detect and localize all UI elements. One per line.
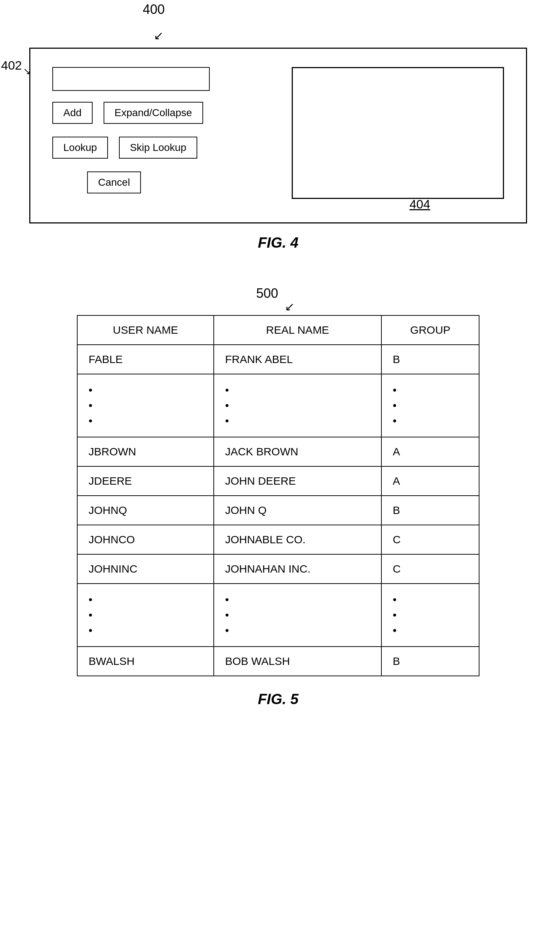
table-row-dots: ••• ••• ••• xyxy=(77,374,479,437)
cell-username: JOHNQ xyxy=(77,496,214,525)
cell-dots2-username: ••• xyxy=(77,584,214,646)
fig4-left-panel-number: 402 xyxy=(1,58,22,72)
table-header-row: USER NAME REAL NAME GROUP xyxy=(77,315,479,345)
col-header-realname: REAL NAME xyxy=(214,315,382,345)
cell-dots-group: ••• xyxy=(382,374,479,437)
cell-group: B xyxy=(382,345,479,374)
fig4-button-row3: Cancel xyxy=(87,171,141,193)
cell-group: B xyxy=(382,646,479,676)
fig5-arrow: ↙ xyxy=(285,300,295,314)
lookup-button[interactable]: Lookup xyxy=(52,137,108,159)
cell-group: B xyxy=(382,496,479,525)
table-row: JDEERE JOHN DEERE A xyxy=(77,466,479,496)
fig4-left-arrow: ↘ xyxy=(23,66,31,77)
cell-realname: JOHN Q xyxy=(214,496,382,525)
cell-group: A xyxy=(382,437,479,466)
fig4-outer-panel: 402 ↘ Add Expand/Collapse Lookup Skip Lo… xyxy=(29,48,527,224)
table-row: JOHNINC JOHNAHAN INC. C xyxy=(77,554,479,584)
cell-username: JBROWN xyxy=(77,437,214,466)
table-row: JOHNQ JOHN Q B xyxy=(77,496,479,525)
cell-username: JDEERE xyxy=(77,466,214,496)
fig4-arrow: ↙ xyxy=(154,29,164,43)
cell-group: C xyxy=(382,554,479,584)
fig4-input-field[interactable] xyxy=(52,67,210,91)
skip-lookup-button[interactable]: Skip Lookup xyxy=(119,137,197,159)
cell-dots-realname: ••• xyxy=(214,374,382,437)
cell-realname: BOB WALSH xyxy=(214,646,382,676)
col-header-group: GROUP xyxy=(382,315,479,345)
fig4-right-panel-number: 404 xyxy=(314,197,526,211)
fig4-button-row1: Add Expand/Collapse xyxy=(52,102,203,124)
cell-group: C xyxy=(382,525,479,554)
fig4-diagram-number: 400 xyxy=(143,2,165,17)
fig5-diagram: 500 ↙ USER NAME REAL NAME GROUP FABLE FR… xyxy=(29,286,527,707)
table-row: JOHNCO JOHNABLE CO. C xyxy=(77,525,479,554)
col-header-username: USER NAME xyxy=(77,315,214,345)
fig5-table: USER NAME REAL NAME GROUP FABLE FRANK AB… xyxy=(77,315,480,676)
fig4-caption: FIG. 4 xyxy=(29,234,527,251)
cell-realname: JOHNAHAN INC. xyxy=(214,554,382,584)
cell-username: BWALSH xyxy=(77,646,214,676)
cell-dots2-group: ••• xyxy=(382,584,479,646)
cell-realname: JOHNABLE CO. xyxy=(214,525,382,554)
cell-username: JOHNCO xyxy=(77,525,214,554)
cell-realname: JACK BROWN xyxy=(214,437,382,466)
cell-username: JOHNINC xyxy=(77,554,214,584)
table-row: FABLE FRANK ABEL B xyxy=(77,345,479,374)
fig5-diagram-number: 500 xyxy=(256,286,278,301)
table-row-dots2: ••• ••• ••• xyxy=(77,584,479,646)
cell-dots2-realname: ••• xyxy=(214,584,382,646)
cell-username: FABLE xyxy=(77,345,214,374)
cell-realname: JOHN DEERE xyxy=(214,466,382,496)
cell-group: A xyxy=(382,466,479,496)
cell-dots-username: ••• xyxy=(77,374,214,437)
add-button[interactable]: Add xyxy=(52,102,92,124)
cell-realname: FRANK ABEL xyxy=(214,345,382,374)
fig4-right-panel xyxy=(292,67,504,199)
expand-collapse-button[interactable]: Expand/Collapse xyxy=(103,102,203,124)
fig5-caption-wrapper: FIG. 5 xyxy=(29,691,527,707)
fig4-diagram: 400 ↙ 402 ↘ Add Expand/Collapse Lookup S… xyxy=(29,22,527,251)
table-row: BWALSH BOB WALSH B xyxy=(77,646,479,676)
fig4-button-row2: Lookup Skip Lookup xyxy=(52,137,197,159)
table-row: JBROWN JACK BROWN A xyxy=(77,437,479,466)
cancel-button[interactable]: Cancel xyxy=(87,171,141,193)
